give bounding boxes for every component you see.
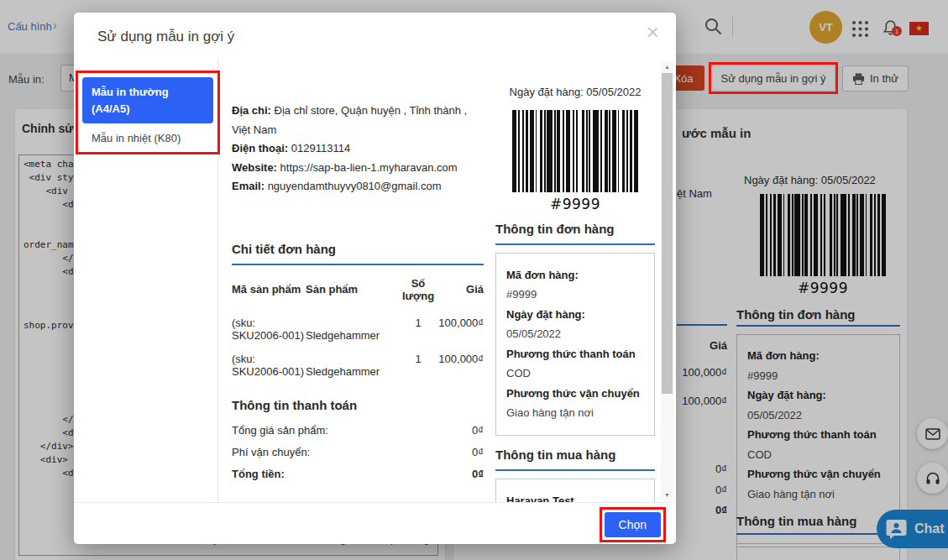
cell-product: Sledgehammer xyxy=(306,343,398,379)
email-value: nguyendamthuyvy0810@gmail.com xyxy=(268,180,442,192)
dialog-footer: Chọn xyxy=(74,502,676,544)
payment-value: 0₫ xyxy=(472,420,484,442)
dialog-title: Sử dụng mẫu in gợi ý xyxy=(97,29,234,45)
payment-label: Phí vận chuyển: xyxy=(232,442,310,463)
payment-value: 0₫ xyxy=(472,442,484,463)
modal-scrollbar[interactable]: ▲ ▼ xyxy=(661,61,673,500)
payment-info-title: Thông tin thanh toán xyxy=(232,398,484,420)
payment-label: Tổng tiền: xyxy=(232,463,285,485)
dialog-body: Mẫu in thường (A4/A5) Mẫu in nhiệt (K80)… xyxy=(74,60,676,502)
shipping-method-label: Phương thức vận chuyển xyxy=(506,384,644,404)
table-row: (sku: SKU2006-001) Sledgehammer 1 100,00… xyxy=(232,343,484,379)
phone-value: 0129113114 xyxy=(291,142,350,154)
barcode-image xyxy=(512,110,638,192)
cell-sku: (sku: SKU2006-001) xyxy=(232,343,306,379)
scroll-down-icon[interactable]: ▼ xyxy=(661,492,673,498)
cell-qty: 1 xyxy=(398,343,438,379)
purchase-info-title: Thông tin mua hàng xyxy=(495,447,655,471)
payment-total-row: Tổng tiền: 0₫ xyxy=(232,463,484,485)
annotation-choose-button: Chọn xyxy=(600,507,666,542)
invoice-order-date: Ngày đặt hàng: 05/05/2022 xyxy=(495,83,655,102)
col-quantity: Số lượng xyxy=(398,272,438,307)
page: Cấu hình › VT 1 ★ Mẫu in: Mẫ Xóa Sử dụng… xyxy=(0,0,948,560)
order-date-label: Ngày đặt hàng: xyxy=(506,305,644,325)
payment-value: 0₫ xyxy=(472,463,484,485)
order-code-value: #9999 xyxy=(506,285,644,305)
phone-label: Điện thoại: xyxy=(232,142,288,154)
table-row: (sku: SKU2006-001) Sledgehammer 1 100,00… xyxy=(232,307,484,343)
email-label: Email: xyxy=(232,180,264,192)
invoice-left-column: Địa chỉ: Địa chỉ store, Quận huyện , Tỉn… xyxy=(232,60,484,502)
col-product: Sản phẩm xyxy=(306,272,398,307)
customer-name: Haravan Test xyxy=(506,491,644,503)
order-code-label: Mã đơn hàng: xyxy=(506,265,644,285)
barcode-label: #9999 xyxy=(495,196,655,212)
scrollbar-thumb[interactable] xyxy=(662,73,673,394)
payment-method-value: COD xyxy=(506,364,644,384)
payment-method-label: Phương thức thanh toán xyxy=(506,344,644,364)
annotation-template-options: Mẫu in thường (A4/A5) Mẫu in nhiệt (K80) xyxy=(76,71,220,154)
sidebar-item-normal-template[interactable]: Mẫu in thường (A4/A5) xyxy=(82,77,213,123)
cell-sku: (sku: SKU2006-001) xyxy=(232,307,306,343)
col-price: Giá xyxy=(438,272,484,307)
cell-price: 100,000₫ xyxy=(438,307,484,343)
payment-row: Phí vận chuyển: 0₫ xyxy=(232,442,484,463)
suggested-template-dialog: Sử dụng mẫu in gợi ý × Mẫu in thường (A4… xyxy=(74,13,676,544)
template-type-sidebar: Mẫu in thường (A4/A5) Mẫu in nhiệt (K80) xyxy=(74,60,218,502)
website-value: https://sap-ba-lien-1.myharavan.com xyxy=(280,161,458,174)
cell-qty: 1 xyxy=(398,307,438,343)
scroll-up-icon[interactable]: ▲ xyxy=(661,64,673,70)
address-label: Địa chỉ: xyxy=(232,104,271,117)
website-label: Website: xyxy=(232,161,277,174)
choose-button[interactable]: Chọn xyxy=(605,512,661,537)
sidebar-item-thermal-template[interactable]: Mẫu in nhiệt (K80) xyxy=(82,123,213,148)
order-details-title: Chi tiết đơn hàng xyxy=(232,242,484,265)
payment-label: Tổng giá sản phẩm: xyxy=(232,420,328,442)
cell-price: 100,000₫ xyxy=(438,343,484,379)
template-preview-scroll[interactable]: Địa chỉ: Địa chỉ store, Quận huyện , Tỉn… xyxy=(218,60,660,502)
payment-row: Tổng giá sản phẩm: 0₫ xyxy=(232,420,484,442)
annotation-suggest-button xyxy=(709,62,838,94)
order-info-title: Thông tin đơn hàng xyxy=(495,222,655,245)
order-items-table: Mã sản phẩm Sản phẩm Số lượng Giá (sku: … xyxy=(232,272,484,379)
cell-product: Sledgehammer xyxy=(306,307,398,343)
invoice-right-column: Ngày đặt hàng: 05/05/2022 #9999 Thông ti… xyxy=(495,60,655,502)
col-product-code: Mã sản phẩm xyxy=(232,272,306,307)
shipping-method-value: Giao hàng tận nơi xyxy=(506,403,644,423)
purchase-info-box: Haravan Test Haravan xyxy=(495,479,655,503)
close-icon[interactable]: × xyxy=(647,21,659,43)
order-date-value: 05/05/2022 xyxy=(506,324,644,344)
order-info-box: Mã đơn hàng: #9999 Ngày đặt hàng: 05/05/… xyxy=(495,253,655,436)
table-header-row: Mã sản phẩm Sản phẩm Số lượng Giá xyxy=(232,272,484,307)
